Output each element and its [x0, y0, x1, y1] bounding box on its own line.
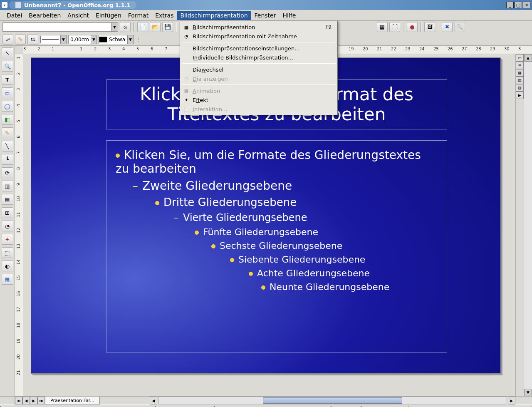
status-zoom[interactable]: 82% — [332, 406, 361, 407]
menu-einfügen[interactable]: Einfügen — [92, 11, 125, 20]
dash-icon: – — [132, 179, 138, 193]
outline-text: Dritte Gliederungsebene — [163, 196, 297, 208]
minimize-button[interactable]: _ — [506, 2, 514, 8]
line-style-combo[interactable]: ▼ — [40, 35, 67, 44]
status-size — [214, 406, 331, 407]
rotate-tool[interactable]: ⟳ — [2, 167, 13, 178]
outline-level-4[interactable]: –Vierte Gliederungsebene — [116, 212, 438, 223]
view-notes-icon[interactable]: ▤ — [516, 77, 524, 84]
menu-format[interactable]: Format — [125, 11, 152, 20]
help-button[interactable]: ✖ — [442, 22, 453, 32]
ellipse-tool[interactable]: ◯ — [2, 101, 13, 112]
menu-extras[interactable]: Extras — [152, 11, 177, 20]
view-slides-icon[interactable]: ▦ — [516, 69, 524, 77]
maximize-button[interactable]: ▢ — [515, 2, 522, 8]
menu-item[interactable]: Bildschirmpräsentationseinstellungen... — [180, 44, 337, 53]
view-handout-icon[interactable]: ▥ — [516, 84, 524, 92]
effects-tool[interactable]: ✦ — [2, 234, 13, 245]
start-show-icon[interactable]: ▶ — [516, 92, 524, 99]
object3d-tool[interactable]: ◧ — [2, 114, 13, 125]
menu-item-icon: ☐ — [183, 75, 190, 82]
menu-hilfe[interactable]: Hilfe — [279, 11, 299, 20]
hscroll-right-icon[interactable]: ▶ — [508, 397, 515, 405]
menu-ansicht[interactable]: Ansicht — [64, 11, 92, 20]
interaction-tool[interactable]: ⬚ — [2, 247, 13, 258]
menu-item-icon: ⬚ — [183, 106, 190, 112]
line-style-button[interactable]: ✎ — [15, 35, 26, 45]
outline-level-2[interactable]: –Zweite Gliederungsebene — [116, 179, 438, 193]
outline-level-1[interactable]: Klicken Sie, um die Formate des Gliederu… — [116, 148, 438, 176]
menu-item-icon — [183, 66, 190, 73]
align-tool[interactable]: ▥ — [2, 181, 13, 191]
menu-bearbeiten[interactable]: Bearbeiten — [25, 11, 64, 20]
connector-tool[interactable]: ┗ — [2, 154, 13, 165]
arrange-tool[interactable]: ▤ — [2, 194, 13, 205]
text-tool[interactable]: T — [2, 74, 13, 85]
tab-last-icon[interactable]: ⏭ — [37, 397, 45, 405]
outline-level-3[interactable]: Dritte Gliederungsebene — [116, 196, 438, 208]
whatsthis-button[interactable]: 🔍 — [454, 22, 465, 32]
zoom-button[interactable]: ⛶ — [389, 22, 400, 32]
menu-item: ⬚Interaktion... — [180, 104, 337, 114]
url-input[interactable] — [3, 23, 111, 31]
gallery-button[interactable]: 🖼 — [424, 22, 435, 32]
view-nav-column: ▭ ≡ ▦ ▤ ▥ ▶ — [515, 54, 524, 396]
vscroll-track[interactable] — [524, 62, 532, 389]
line-color-combo[interactable]: Schwa▼ — [99, 35, 134, 44]
line-ends-button[interactable]: ⇆ — [27, 35, 38, 45]
presentation-tool[interactable]: ▦ — [2, 274, 13, 285]
curve-tool[interactable]: ✎ — [2, 127, 13, 138]
menu-item[interactable]: Individuelle Bildschirmpräsentation... — [180, 53, 337, 62]
tab-next-icon[interactable]: ▶ — [30, 397, 37, 405]
horizontal-scrollbar[interactable] — [158, 397, 507, 405]
outline-placeholder[interactable]: Klicken Sie, um die Formate des Gliederu… — [106, 140, 447, 352]
line-tool[interactable]: ╲ — [2, 141, 13, 151]
line-width-combo[interactable]: 0,00cm▼ — [68, 35, 97, 44]
vertical-ruler[interactable]: 123456789101112131415161718192021 — [15, 54, 23, 396]
outline-level-8[interactable]: Achte Gliederungsebene — [116, 268, 438, 278]
status-page: Seite 1 / 1 — [361, 406, 407, 407]
vertical-scrollbar[interactable]: ▲ ▼ — [524, 54, 532, 396]
close-button[interactable]: ✕ — [523, 2, 530, 8]
menu-item-label: Bildschirmpräsentation — [193, 24, 325, 30]
chart-tool[interactable]: ◔ — [2, 221, 13, 231]
url-combo[interactable]: ▼ — [2, 22, 118, 32]
menu-item[interactable]: ✦Effekt — [180, 95, 337, 104]
menu-bildschirmpräsentation[interactable]: Bildschirmpräsentation — [177, 11, 251, 20]
scroll-up-icon[interactable]: ▲ — [524, 54, 532, 62]
grid-button[interactable]: ▦ — [377, 22, 388, 32]
hscroll-left-icon[interactable]: ◀ — [150, 397, 157, 405]
view-drawing-icon[interactable]: ▭ — [516, 54, 524, 62]
outline-level-7[interactable]: Siebente Gliederungsebene — [116, 254, 438, 265]
bullet-icon — [195, 231, 199, 235]
menu-datei[interactable]: Datei — [3, 11, 25, 20]
scroll-down-icon[interactable]: ▼ — [524, 389, 532, 396]
tab-first-icon[interactable]: ⏮ — [15, 397, 22, 405]
menu-item[interactable]: ▦BildschirmpräsentationF9 — [180, 22, 337, 32]
app-icon — [15, 2, 22, 8]
view-outline-icon[interactable]: ≡ — [516, 62, 524, 69]
menu-item[interactable]: ◔Bildschirmpräsentation mit Zeitnahme — [180, 32, 337, 41]
slide-tab[interactable]: Praesentation Far... — [45, 397, 100, 405]
stop-button[interactable]: ⦸ — [120, 22, 131, 32]
zoom-tool[interactable]: 🔍 — [2, 61, 13, 72]
menu-fenster[interactable]: Fenster — [251, 11, 280, 20]
bullet-icon — [155, 201, 159, 205]
dropdown-icon[interactable]: ▼ — [111, 23, 118, 31]
open-button[interactable]: 📂 — [150, 22, 161, 32]
select-tool[interactable]: ↖ — [2, 47, 13, 58]
tab-prev-icon[interactable]: ◀ — [22, 397, 30, 405]
outline-level-5[interactable]: Fünfte Gliederungsebene — [116, 227, 438, 237]
new-button[interactable]: 📄 — [137, 22, 148, 32]
rect-tool[interactable]: ▭ — [2, 87, 13, 98]
outline-level-6[interactable]: Sechste Gliederungsebene — [116, 241, 438, 251]
save-button[interactable]: 💾 — [162, 22, 173, 32]
menu-item[interactable]: Diawechsel — [180, 65, 337, 74]
hscroll-thumb[interactable] — [263, 397, 402, 404]
arrow-tool-button[interactable]: ⬀ — [2, 35, 13, 45]
insert-tool[interactable]: ⊞ — [2, 207, 13, 218]
outline-level-9[interactable]: Neunte Gliederungsebene — [116, 282, 438, 292]
3deffects-tool[interactable]: ◐ — [2, 261, 13, 271]
window-menu-icon[interactable] — [2, 2, 7, 8]
record-button[interactable]: ● — [407, 22, 418, 32]
